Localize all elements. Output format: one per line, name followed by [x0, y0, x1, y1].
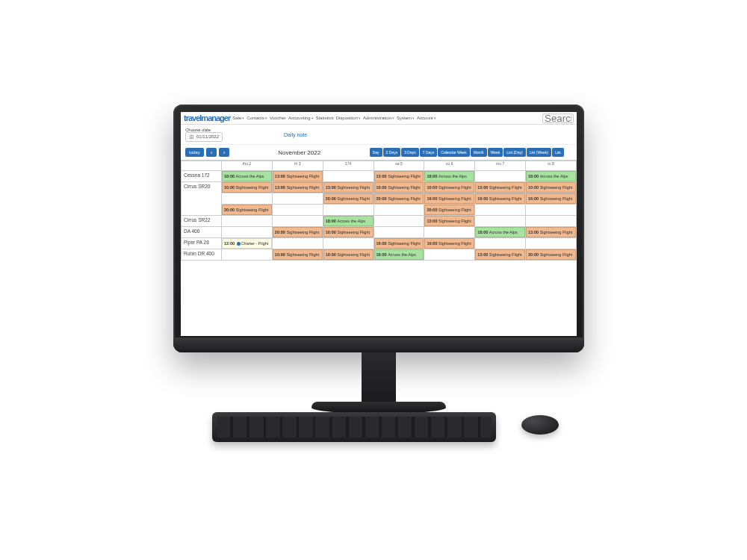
day-header: 174	[323, 161, 374, 171]
chevron-down-icon: ▾	[265, 116, 267, 120]
schedule-cell	[475, 238, 526, 249]
schedule-cell	[222, 216, 273, 227]
event[interactable]: 10:00 Sightseeing Flight	[222, 182, 272, 193]
event[interactable]: 10:00 Sightseeing Flight	[323, 249, 374, 260]
schedule-cell: 13:00 Sightseeing Flight	[424, 216, 475, 227]
event[interactable]: 18:00 Across the Alps	[323, 216, 374, 226]
view-3days[interactable]: 3 Days	[401, 148, 419, 157]
event[interactable]: 18:00 Across the Alps	[374, 249, 424, 260]
schedule-cell	[272, 205, 323, 216]
mouse	[521, 415, 559, 435]
event[interactable]: 18:00 Across the Alps	[222, 171, 272, 181]
view-week[interactable]: Week	[488, 148, 503, 157]
event[interactable]: 10:00 Sightseeing Flight	[526, 182, 576, 193]
schedule-cell: 10:00 Sightseeing Flight	[222, 182, 273, 193]
schedule-cell: 13:00 Sightseeing Flight	[526, 227, 577, 238]
schedule-cell: 20:00 Sightseeing Flight	[424, 205, 475, 216]
day-header: mo 7	[475, 161, 526, 171]
event[interactable]: 10:00 Sightseeing Flight	[374, 182, 424, 193]
schedule-cell	[424, 249, 475, 261]
event[interactable]: 20:00 Sightseeing Flight	[222, 205, 272, 215]
next-button[interactable]: ›	[219, 148, 229, 157]
event[interactable]: 20:00 Sightseeing Flight	[273, 227, 323, 237]
schedule-cell	[222, 249, 273, 261]
daily-note-link[interactable]: Daily note	[284, 132, 307, 137]
view-day[interactable]: Day	[370, 148, 382, 157]
event[interactable]: 13:00 Sightseeing Flight	[374, 171, 424, 181]
view-list-day[interactable]: List (Day)	[503, 148, 525, 157]
day-header: su 6	[424, 161, 475, 171]
today-button[interactable]: today	[185, 148, 204, 157]
keyboard	[212, 412, 496, 442]
event[interactable]: 13:00 Sightseeing Flight	[475, 249, 525, 260]
event[interactable]: 16:00 Sightseeing Flight	[424, 238, 474, 249]
nav-contacts[interactable]: Contacts▾	[247, 116, 267, 120]
nav-sale[interactable]: Sale▾	[232, 116, 244, 120]
event[interactable]: 13:00 Sightseeing Flight	[475, 182, 525, 193]
nav-disposition[interactable]: Disposition▾	[336, 116, 361, 120]
event[interactable]: 20:00 Sightseeing Flight	[424, 205, 474, 215]
event[interactable]: 16:00 Sightseeing Flight	[374, 238, 424, 249]
event[interactable]: 16:00 Sightseeing Flight	[424, 193, 474, 204]
event[interactable]: 10:00 Sightseeing Flight	[273, 249, 323, 260]
event[interactable]: 20:00 Sightseeing Flight	[323, 193, 374, 204]
calendar-icon: 🗓	[189, 134, 194, 140]
nav-administration[interactable]: Administration▾	[363, 116, 394, 120]
event[interactable]: 13:00 Sightseeing Flight	[273, 171, 323, 181]
schedule-cell: 10:00 Sightseeing Flight	[323, 249, 374, 261]
event[interactable]: 20:00 Sightseeing Flight	[526, 249, 576, 260]
schedule-cell	[475, 216, 526, 227]
schedule-cell: 13:00 Sightseeing Flight	[475, 249, 526, 261]
view-7days[interactable]: 7 Days	[420, 148, 438, 157]
event[interactable]: 18:00 Across the Alps	[526, 171, 576, 181]
resource-cell: Robin DR 400	[182, 249, 222, 261]
schedule-grid: thu 2fri 3174sa 5su 6mo 7tu 8Cessna 1721…	[181, 160, 577, 261]
schedule-cell	[526, 238, 577, 249]
schedule-cell: 10:00 Sightseeing Flight	[272, 249, 323, 261]
resource-cell: Cirrus SR22	[182, 216, 222, 227]
prev-button[interactable]: ‹	[206, 148, 217, 157]
nav-account[interactable]: Account▾	[417, 116, 436, 120]
schedule-cell: 20:00 Sightseeing Flight	[272, 227, 323, 238]
nav-statistics[interactable]: Statistics	[316, 116, 334, 120]
chevron-down-icon: ▾	[359, 116, 361, 120]
schedule-cell	[272, 193, 323, 205]
day-header: thu 2	[222, 161, 273, 171]
view-month[interactable]: Month	[471, 148, 487, 157]
nav-system[interactable]: System▾	[397, 116, 415, 120]
schedule-cell: 18:00 Across the Alps	[424, 171, 475, 182]
nav-voucher[interactable]: Voucher	[270, 116, 286, 120]
nav-accounting[interactable]: Accounting▾	[288, 116, 314, 120]
schedule-cell: 13:00 Sightseeing Flight	[272, 171, 323, 182]
date-input[interactable]: 🗓 01/11/2022	[185, 132, 223, 142]
schedule-cell	[323, 205, 374, 216]
event[interactable]: 16:00 Sightseeing Flight	[526, 193, 576, 204]
search-input[interactable]	[542, 113, 574, 123]
event[interactable]: 12:00 Charter - Flight	[222, 238, 272, 249]
schedule-cell: 10:00 Sightseeing Flight	[374, 182, 424, 193]
view-list-week[interactable]: List (Week)	[527, 148, 551, 157]
view-calendar-week[interactable]: Calendar Week	[438, 148, 469, 157]
event[interactable]: 10:00 Sightseeing Flight	[323, 227, 374, 237]
schedule-cell: 12:00 Charter - Flight	[222, 238, 273, 249]
event[interactable]: 10:00 Sightseeing Flight	[424, 182, 474, 193]
event[interactable]: 13:00 Sightseeing Flight	[323, 182, 374, 193]
chevron-down-icon: ▾	[412, 116, 415, 120]
schedule-cell	[526, 216, 577, 227]
event[interactable]: 13:00 Sightseeing Flight	[273, 182, 323, 193]
event[interactable]: 16:00 Sightseeing Flight	[475, 193, 525, 204]
nav-bar: travelmanager Sale▾ Contacts▾ Voucher Ac…	[181, 112, 577, 125]
schedule-cell	[475, 205, 526, 216]
view-2days[interactable]: 2 Days	[383, 148, 401, 157]
day-header: tu 8	[526, 161, 577, 171]
event[interactable]: 18:00 Across the Alps	[475, 227, 525, 237]
resource-cell: Cessna 172	[182, 171, 222, 182]
event[interactable]: 20:00 Sightseeing Flight	[374, 193, 424, 204]
event[interactable]: 13:00 Sightseeing Flight	[424, 216, 474, 226]
view-list[interactable]: List	[552, 148, 564, 157]
event[interactable]: 13:00 Sightseeing Flight	[526, 227, 576, 237]
monitor-chin	[173, 337, 584, 352]
schedule-cell: 13:00 Sightseeing Flight	[374, 171, 424, 182]
calendar-title: November 2022	[232, 149, 368, 156]
event[interactable]: 18:00 Across the Alps	[424, 171, 474, 181]
